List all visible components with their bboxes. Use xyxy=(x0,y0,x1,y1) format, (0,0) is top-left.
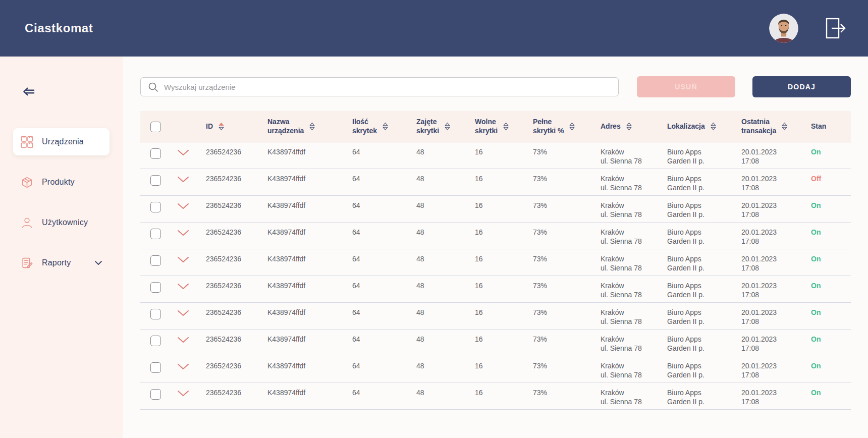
row-expand-button[interactable] xyxy=(177,308,189,320)
search-box xyxy=(140,77,619,96)
cell-free-lockers: 16 xyxy=(475,228,533,249)
table-row: 236524236 K438974ffdf 64 48 16 73% Krakó… xyxy=(140,356,851,383)
row-expand-button[interactable] xyxy=(177,147,189,159)
cell-full-percent: 73% xyxy=(533,174,601,195)
cell-address: Krakówul. Sienna 78 xyxy=(601,281,667,302)
row-checkbox[interactable] xyxy=(150,255,161,266)
column-header-label: Stan xyxy=(811,122,826,131)
cell-location: Biuro AppsGarden II p. xyxy=(667,388,741,409)
sidebar-item-urzadzenia[interactable]: Urządzenia xyxy=(13,128,110,155)
column-header-state[interactable]: Stan xyxy=(811,122,851,131)
delete-button[interactable]: USUŃ xyxy=(637,76,735,97)
column-header-last_tx[interactable]: Ostatniatransakcja xyxy=(741,118,811,135)
row-select-cell xyxy=(140,174,162,195)
grid-icon xyxy=(21,136,33,148)
column-header-address[interactable]: Adres xyxy=(601,122,667,131)
select-all-cell xyxy=(140,121,162,132)
devices-table: ID Nazwaurządzenia Ilośćskrytek Zajętesk… xyxy=(140,111,851,410)
cell-total-lockers: 64 xyxy=(352,361,416,382)
cell-location: Biuro AppsGarden II p. xyxy=(667,147,741,169)
cell-full-percent: 73% xyxy=(533,335,601,356)
cell-last-transaction: 20.01.202317:08 xyxy=(741,308,811,329)
add-button[interactable]: DODAJ xyxy=(752,76,851,97)
column-header-occupied[interactable]: Zajęteskrytki xyxy=(416,118,475,135)
cell-name: K438974ffdf xyxy=(267,201,352,222)
row-expand-button[interactable] xyxy=(177,228,189,240)
cell-free-lockers: 16 xyxy=(475,335,533,356)
sort-icon[interactable] xyxy=(218,122,225,131)
cell-occupied-lockers: 48 xyxy=(416,201,475,222)
row-expand-button[interactable] xyxy=(177,388,189,400)
sort-icon[interactable] xyxy=(781,122,788,131)
cell-address: Krakówul. Sienna 78 xyxy=(601,335,667,356)
row-checkbox[interactable] xyxy=(150,175,161,186)
row-checkbox[interactable] xyxy=(150,389,161,400)
user-avatar[interactable] xyxy=(769,14,798,43)
row-expand-button[interactable] xyxy=(177,201,189,213)
row-expand-chevron-icon xyxy=(177,390,189,397)
column-header-label: Nazwaurządzenia xyxy=(267,118,304,135)
sort-icon[interactable] xyxy=(710,122,717,131)
row-checkbox[interactable] xyxy=(150,336,161,346)
row-expand-button[interactable] xyxy=(177,174,189,186)
column-header-name[interactable]: Nazwaurządzenia xyxy=(267,118,352,135)
cell-occupied-lockers: 48 xyxy=(416,147,475,169)
column-header-id[interactable]: ID xyxy=(206,122,267,131)
cell-occupied-lockers: 48 xyxy=(416,308,475,329)
cell-full-percent: 73% xyxy=(533,361,601,382)
row-expand-chevron-icon xyxy=(177,149,189,156)
column-header-free[interactable]: Wolneskrytki xyxy=(475,118,533,135)
row-checkbox[interactable] xyxy=(150,229,161,239)
row-checkbox[interactable] xyxy=(150,282,161,293)
table-body: 236524236 K438974ffdf 64 48 16 73% Krakó… xyxy=(140,142,851,410)
row-checkbox[interactable] xyxy=(150,148,161,159)
cell-total-lockers: 64 xyxy=(352,281,416,302)
cell-state: On xyxy=(811,147,851,169)
sidebar-item-produkty[interactable]: Produkty xyxy=(13,169,110,196)
select-all-checkbox[interactable] xyxy=(150,122,161,132)
cell-name: K438974ffdf xyxy=(267,281,352,302)
sidebar-item-raporty[interactable]: Raporty xyxy=(13,249,110,277)
cell-location: Biuro AppsGarden II p. xyxy=(667,308,741,329)
sort-icon[interactable] xyxy=(309,122,315,131)
table-row: 236524236 K438974ffdf 64 48 16 73% Krakó… xyxy=(140,196,851,223)
logout-button[interactable] xyxy=(824,17,847,40)
column-header-location[interactable]: Lokalizacja xyxy=(667,122,741,131)
table-header-row: ID Nazwaurządzenia Ilośćskrytek Zajętesk… xyxy=(140,111,851,142)
row-checkbox[interactable] xyxy=(150,202,161,212)
user-icon xyxy=(21,216,33,229)
column-header-full_pct[interactable]: Pełneskrytki % xyxy=(533,118,601,135)
table-row: 236524236 K438974ffdf 64 48 16 73% Krakó… xyxy=(140,249,851,276)
row-checkbox[interactable] xyxy=(150,309,161,319)
row-expand-cell xyxy=(162,335,206,356)
cell-name: K438974ffdf xyxy=(267,254,352,276)
cell-id: 236524236 xyxy=(206,335,267,356)
row-checkbox[interactable] xyxy=(150,362,161,373)
cell-last-transaction: 20.01.202317:08 xyxy=(741,281,811,302)
chevron-down-icon[interactable] xyxy=(94,260,102,265)
sidebar-collapse-button[interactable] xyxy=(23,87,35,98)
row-expand-button[interactable] xyxy=(177,361,189,373)
row-select-cell xyxy=(140,361,162,382)
sort-icon[interactable] xyxy=(569,122,575,131)
cell-full-percent: 73% xyxy=(533,254,601,276)
column-header-label: Ostatniatransakcja xyxy=(741,118,776,135)
search-input[interactable] xyxy=(164,83,611,91)
row-expand-button[interactable] xyxy=(177,254,189,266)
cell-total-lockers: 64 xyxy=(352,147,416,169)
row-expand-chevron-icon xyxy=(177,203,189,209)
row-expand-cell xyxy=(162,254,206,276)
row-expand-chevron-icon xyxy=(177,283,189,290)
cell-total-lockers: 64 xyxy=(352,308,416,329)
app-brand: Ciastkomat xyxy=(25,21,93,35)
cell-free-lockers: 16 xyxy=(475,201,533,222)
sort-icon[interactable] xyxy=(444,122,451,131)
sidebar-item-uzytkownicy[interactable]: Użytkownicy xyxy=(13,209,110,236)
sort-icon[interactable] xyxy=(503,122,509,131)
row-expand-button[interactable] xyxy=(177,335,189,347)
column-header-label: Adres xyxy=(601,122,621,131)
sort-icon[interactable] xyxy=(626,122,632,131)
column-header-total[interactable]: Ilośćskrytek xyxy=(352,118,416,135)
sort-icon[interactable] xyxy=(382,122,389,131)
row-expand-button[interactable] xyxy=(177,281,189,293)
